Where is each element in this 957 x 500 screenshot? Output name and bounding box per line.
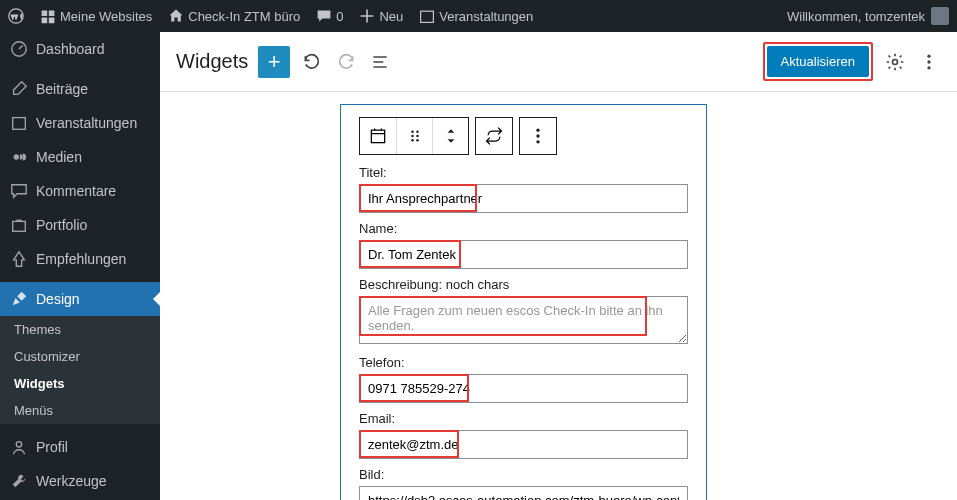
svg-point-16 [411, 135, 414, 138]
svg-rect-1 [421, 11, 434, 22]
design-submenu: Themes Customizer Widgets Menüs [0, 316, 160, 424]
menu-veranstaltungen[interactable]: Veranstaltungen [0, 106, 160, 140]
telefon-input[interactable] [359, 374, 688, 403]
block-type-icon[interactable] [360, 118, 396, 154]
bild-label: Bild: [359, 467, 688, 482]
submenu-customizer[interactable]: Customizer [0, 343, 160, 370]
site-name-link[interactable]: Check-In ZTM büro [168, 8, 300, 24]
options-icon[interactable] [917, 50, 941, 74]
new-link[interactable]: Neu [359, 8, 403, 24]
beschreibung-input[interactable]: Alle Fragen zum neuen escos Check-In bit… [359, 296, 688, 344]
menu-kommentare[interactable]: Kommentare [0, 174, 160, 208]
menu-medien[interactable]: Medien [0, 140, 160, 174]
telefon-label: Telefon: [359, 355, 688, 370]
page-title: Widgets [176, 50, 248, 73]
menu-profil[interactable]: Profil [0, 430, 160, 464]
titel-label: Titel: [359, 165, 688, 180]
svg-point-21 [536, 134, 539, 137]
menu-beitraege[interactable]: Beiträge [0, 72, 160, 106]
update-button[interactable]: Aktualisieren [767, 46, 869, 77]
svg-point-12 [927, 66, 930, 69]
svg-point-18 [411, 139, 414, 142]
avatar[interactable] [931, 7, 949, 25]
undo-button[interactable] [300, 50, 324, 74]
svg-point-17 [416, 135, 419, 138]
svg-point-4 [14, 154, 19, 159]
name-input[interactable] [359, 240, 688, 269]
submenu-menues[interactable]: Menüs [0, 397, 160, 424]
svg-point-19 [416, 139, 419, 142]
events-link[interactable]: Veranstaltungen [419, 8, 533, 24]
editor-header: Widgets + Aktualisieren [160, 32, 957, 92]
svg-point-15 [416, 131, 419, 134]
submenu-themes[interactable]: Themes [0, 316, 160, 343]
menu-werkzeuge[interactable]: Werkzeuge [0, 464, 160, 498]
email-input[interactable] [359, 430, 688, 459]
name-label: Name: [359, 221, 688, 236]
svg-rect-5 [13, 221, 26, 231]
transform-icon[interactable] [476, 118, 512, 154]
titel-input[interactable] [359, 184, 688, 213]
widget-block: Titel: Name: Beschreibung: noch chars Al… [340, 104, 707, 500]
svg-rect-13 [371, 130, 384, 143]
editor-content: Widgets + Aktualisieren [160, 32, 957, 500]
wp-logo[interactable] [8, 8, 24, 24]
settings-icon[interactable] [883, 50, 907, 74]
redo-button[interactable] [334, 50, 358, 74]
welcome-user[interactable]: Willkommen, tomzentek [787, 9, 925, 24]
svg-point-9 [893, 59, 898, 64]
email-label: Email: [359, 411, 688, 426]
submenu-widgets[interactable]: Widgets [0, 370, 160, 397]
comments-link[interactable]: 0 [316, 8, 343, 24]
admin-bar: Meine Websites Check-In ZTM büro 0 Neu V… [0, 0, 957, 32]
block-options-icon[interactable] [520, 118, 556, 154]
svg-point-14 [411, 131, 414, 134]
admin-sidebar: Dashboard Beiträge Veranstaltungen Medie… [0, 32, 160, 500]
beschreibung-label: Beschreibung: noch chars [359, 277, 688, 292]
add-block-button[interactable]: + [258, 46, 290, 78]
svg-point-20 [536, 129, 539, 132]
menu-empfehlungen[interactable]: Empfehlungen [0, 242, 160, 276]
svg-point-11 [927, 60, 930, 63]
list-view-button[interactable] [368, 50, 392, 74]
drag-handle-icon[interactable] [396, 118, 432, 154]
svg-point-6 [16, 442, 21, 447]
my-sites-link[interactable]: Meine Websites [40, 8, 152, 24]
block-toolbar [359, 117, 688, 155]
menu-portfolio[interactable]: Portfolio [0, 208, 160, 242]
svg-rect-3 [13, 118, 26, 130]
menu-dashboard[interactable]: Dashboard [0, 32, 160, 66]
svg-point-10 [927, 54, 930, 57]
move-updown-icon[interactable] [432, 118, 468, 154]
bild-input[interactable] [359, 486, 688, 500]
svg-point-22 [536, 140, 539, 143]
menu-design[interactable]: Design [0, 282, 160, 316]
update-button-highlight: Aktualisieren [763, 42, 873, 81]
